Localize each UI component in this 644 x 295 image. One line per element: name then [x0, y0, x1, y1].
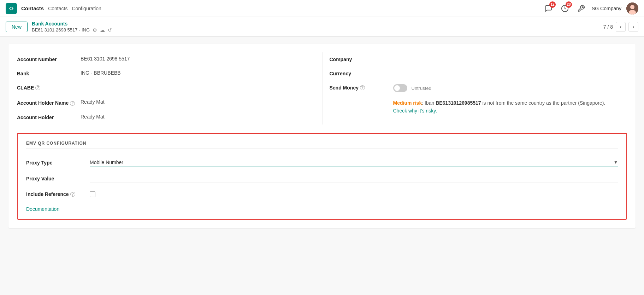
breadcrumb-sub-text: BE61 3101 2698 5517 - ING: [32, 27, 90, 33]
proxy-value-input[interactable]: [90, 174, 618, 183]
risk-country: Singapore: [580, 100, 602, 106]
proxy-type-select[interactable]: Mobile Number ▼: [90, 158, 618, 167]
form-card: Account Number BE61 3101 2698 5517 Bank …: [8, 44, 636, 228]
pagination: 7 / 8 ‹ ›: [603, 22, 638, 32]
form-grid: Account Number BE61 3101 2698 5517 Bank …: [17, 52, 627, 125]
breadcrumb-sub: BE61 3101 2698 5517 - ING ⚙ ☁ ↺: [32, 27, 112, 33]
include-reference-checkbox[interactable]: [90, 191, 95, 197]
proxy-type-select-text: Mobile Number: [90, 160, 614, 165]
account-holder-name-help-icon[interactable]: ?: [70, 101, 75, 106]
send-money-toggle[interactable]: [393, 84, 407, 92]
risk-warning: Medium risk: Iban BE61310126985517 is no…: [393, 97, 605, 117]
emv-section-title: EMV QR CONFIGURATION: [26, 141, 618, 149]
risk-text-1: : Iban: [422, 100, 436, 106]
account-number-field: Account Number BE61 3101 2698 5517: [17, 52, 308, 66]
send-money-help-icon[interactable]: ?: [360, 85, 365, 90]
account-holder-value: Ready Mat: [81, 114, 308, 120]
send-money-field: Send Money ? Untrusted: [330, 81, 627, 96]
company-field: Company: [330, 52, 627, 66]
select-arrow-icon: ▼: [614, 160, 618, 165]
svg-point-4: [630, 5, 634, 9]
nav-icons: 12 28 SG Company: [543, 2, 638, 15]
wrench-icon-btn[interactable]: [575, 3, 587, 14]
form-left-column: Account Number BE61 3101 2698 5517 Bank …: [17, 52, 322, 125]
company-label: Company: [330, 56, 393, 62]
proxy-value-label: Proxy Value: [26, 176, 90, 181]
proxy-value-field: Proxy Value: [26, 171, 618, 186]
messages-icon-btn[interactable]: 12: [543, 3, 554, 14]
new-button[interactable]: New: [6, 22, 28, 32]
risk-label: Medium risk: [393, 100, 422, 106]
account-holder-name-field: Account Holder Name ? Ready Mat: [17, 95, 308, 110]
next-button[interactable]: ›: [628, 22, 638, 32]
nav-contacts[interactable]: Contacts: [48, 6, 67, 11]
clock-badge: 28: [566, 1, 572, 8]
risk-warning-field: Medium risk: Iban BE61310126985517 is no…: [330, 96, 627, 121]
cloud-icon[interactable]: ☁: [100, 27, 105, 33]
risk-text-3: ).: [602, 100, 605, 106]
bank-label: Bank: [17, 70, 81, 76]
send-money-label: Send Money ?: [330, 84, 393, 91]
currency-label: Currency: [330, 70, 393, 76]
account-holder-name-label: Account Holder Name ?: [17, 99, 81, 107]
account-holder-field: Account Holder Ready Mat: [17, 110, 308, 125]
risk-iban: BE61310126985517: [436, 100, 481, 106]
svg-point-1: [10, 7, 12, 10]
clock-icon-btn[interactable]: 28: [559, 3, 571, 14]
company-name: SG Company: [592, 6, 621, 11]
risk-warning-spacer: [330, 97, 393, 98]
emv-section: EMV QR CONFIGURATION Proxy Type Mobile N…: [17, 133, 627, 220]
currency-field: Currency: [330, 66, 627, 81]
account-holder-label: Account Holder: [17, 114, 81, 120]
refresh-icon[interactable]: ↺: [108, 27, 112, 33]
breadcrumb-title[interactable]: Bank Accounts: [32, 21, 112, 27]
prev-button[interactable]: ‹: [616, 22, 626, 32]
nav-configuration[interactable]: Configuration: [72, 6, 101, 11]
proxy-type-field: Proxy Type Mobile Number ▼: [26, 155, 618, 171]
settings-icon[interactable]: ⚙: [93, 27, 97, 33]
untrusted-label: Untrusted: [412, 86, 431, 91]
documentation-link[interactable]: Documentation: [26, 206, 59, 212]
risk-link[interactable]: Check why it's risky.: [393, 108, 437, 114]
documentation-row: Documentation: [26, 206, 618, 212]
account-number-label: Account Number: [17, 56, 81, 62]
bank-field: Bank ING - BBRUBEBB: [17, 66, 308, 81]
include-reference-field: Include Reference ?: [26, 186, 618, 202]
pagination-text: 7 / 8: [603, 24, 613, 30]
proxy-type-label: Proxy Type: [26, 160, 90, 166]
app-logo[interactable]: [6, 3, 17, 14]
proxy-type-value[interactable]: Mobile Number ▼: [90, 158, 618, 167]
include-reference-label: Include Reference ?: [26, 191, 90, 197]
account-number-value: BE61 3101 2698 5517: [81, 56, 308, 62]
top-navigation: Contacts Contacts Configuration 12 28 SG…: [0, 0, 644, 17]
clabe-label: CLABE ?: [17, 84, 81, 91]
messages-badge: 12: [549, 1, 556, 8]
include-reference-value: [90, 191, 618, 197]
risk-text-2: is not from the same country as the part…: [481, 100, 580, 106]
clabe-help-icon[interactable]: ?: [35, 85, 40, 90]
main-content: Account Number BE61 3101 2698 5517 Bank …: [0, 37, 644, 295]
breadcrumb-toolbar: New Bank Accounts BE61 3101 2698 5517 - …: [0, 17, 644, 37]
send-money-row: Untrusted: [393, 84, 431, 92]
breadcrumb-area: Bank Accounts BE61 3101 2698 5517 - ING …: [32, 21, 112, 33]
include-reference-help-icon[interactable]: ?: [70, 192, 75, 197]
app-name: Contacts: [21, 5, 44, 11]
account-holder-name-value: Ready Mat: [81, 99, 308, 105]
clabe-field: CLABE ?: [17, 81, 308, 95]
form-right-column: Company Currency Send Money ? Untrusted: [322, 52, 627, 125]
bank-value: ING - BBRUBEBB: [81, 70, 308, 76]
user-avatar[interactable]: [626, 2, 638, 15]
